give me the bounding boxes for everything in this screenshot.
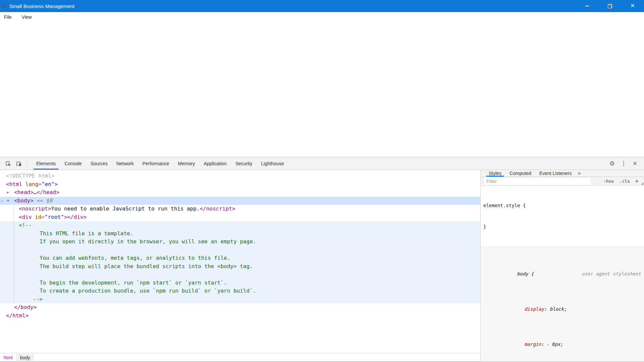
breadcrumb-html[interactable]: html	[0, 354, 16, 361]
styles-tab-bar: StylesComputedEvent Listeners »	[481, 170, 644, 177]
window-title: Small Business Management	[9, 3, 74, 9]
element-class-toggle-button[interactable]: .cls	[618, 178, 632, 184]
collapse-arrow-icon[interactable]: ▼	[7, 197, 9, 205]
tab-memory[interactable]: Memory	[174, 157, 200, 170]
new-style-rule-button[interactable]: +	[632, 178, 641, 185]
tree-node[interactable]: You can add webfonts, meta tags, or anal…	[0, 254, 480, 262]
app-icon	[2, 4, 7, 8]
device-toolbar-icon[interactable]	[13, 157, 24, 170]
tree-node[interactable]: </html>	[0, 312, 480, 320]
dom-breadcrumb-bar: html body	[0, 353, 480, 362]
styles-filter-bar: :hov .cls +	[481, 177, 644, 186]
styles-tab-computed[interactable]: Computed	[505, 170, 535, 177]
rule-selector[interactable]: element.style	[483, 203, 520, 208]
tree-node-selected[interactable]: ⋯▼<body> == $0	[0, 197, 480, 205]
tab-network[interactable]: Network	[112, 157, 138, 170]
css-property-display[interactable]: display: block;	[483, 299, 641, 320]
settings-gear-icon[interactable]: ⚙	[606, 160, 618, 167]
more-actions-icon[interactable]: ⋯	[1, 197, 3, 205]
tree-node[interactable]: <!DOCTYPE html>	[0, 172, 480, 180]
pseudo-class-toggle-button[interactable]: :hov	[602, 178, 615, 184]
tree-node[interactable]	[0, 246, 480, 254]
tree-node[interactable]: -->	[0, 295, 480, 304]
tab-security[interactable]: Security	[231, 157, 257, 170]
tree-node[interactable]: ▶<head>…</head>	[0, 188, 480, 197]
close-devtools-icon[interactable]: ×	[629, 159, 641, 168]
inspect-element-icon[interactable]	[3, 157, 13, 170]
devtools-body: <!DOCTYPE html><html lang="en">▶<head>…<…	[0, 170, 644, 362]
title-bar: Small Business Management ×	[0, 0, 644, 12]
tree-node[interactable]: To create a production bundle, use `npm …	[0, 287, 480, 295]
more-tabs-icon[interactable]: »	[576, 170, 583, 177]
tab-performance[interactable]: Performance	[138, 157, 173, 170]
toolbar-divider	[26, 159, 27, 168]
styles-filter-input[interactable]	[483, 177, 591, 185]
element-style-rule[interactable]: element.style { }	[481, 186, 644, 247]
styles-tabs-list: StylesComputedEvent Listeners	[485, 170, 576, 177]
tab-application[interactable]: Application	[199, 157, 231, 170]
tree-node[interactable]: The build step will place the bundled sc…	[0, 262, 480, 271]
expand-arrow-icon[interactable]: ▶	[7, 188, 9, 197]
devtools-toolbar: ElementsConsoleSourcesNetworkPerformance…	[0, 157, 644, 170]
rule-selector[interactable]: body	[517, 271, 529, 277]
user-agent-body-rule[interactable]: user agent stylesheetbody { display: blo…	[481, 247, 644, 362]
resize-corner-icon	[641, 182, 643, 185]
devtools-tab-bar: ElementsConsoleSourcesNetworkPerformance…	[32, 157, 288, 170]
tree-node[interactable]: <noscript>You need to enable JavaScript …	[0, 205, 480, 213]
indent-guide-line	[13, 205, 14, 304]
tree-node[interactable]: <!--	[0, 221, 480, 230]
window-controls: ×	[576, 0, 644, 12]
css-value[interactable]: 8px	[552, 342, 560, 347]
styles-tab-event-listeners[interactable]: Event Listeners	[535, 170, 576, 177]
devtools-toolbar-right: ⚙ ⋮ ×	[601, 157, 644, 170]
menu-file[interactable]: File	[3, 14, 12, 20]
tree-node[interactable]: This HTML file is a template.	[0, 230, 480, 238]
close-button[interactable]: ×	[621, 0, 644, 12]
close-icon: ×	[631, 2, 635, 9]
rule-origin: user agent stylesheet	[582, 270, 641, 278]
app-content-blank	[0, 22, 644, 157]
dom-tree: <!DOCTYPE html><html lang="en">▶<head>…<…	[0, 170, 480, 320]
tab-sources[interactable]: Sources	[86, 157, 112, 170]
tree-node[interactable]: <html lang="en">	[0, 180, 480, 189]
minimize-icon	[585, 6, 589, 6]
restore-icon	[608, 4, 612, 8]
styles-sidebar: StylesComputedEvent Listeners » :hov .cl…	[481, 170, 644, 362]
css-rules-list: element.style { } user agent stylesheetb…	[481, 186, 644, 362]
tree-node[interactable]: </body>	[0, 303, 480, 312]
tree-node[interactable]: To begin the development, run `npm start…	[0, 279, 480, 287]
devtools-panel: ElementsConsoleSourcesNetworkPerformance…	[0, 157, 644, 362]
css-value[interactable]: block	[550, 306, 564, 312]
styles-tab-styles[interactable]: Styles	[485, 170, 505, 177]
menu-bar: File View	[0, 12, 644, 22]
tab-console[interactable]: Console	[60, 157, 86, 170]
tree-node[interactable]: <div id="root"></div>	[0, 213, 480, 222]
tab-elements[interactable]: Elements	[32, 157, 60, 170]
tree-node[interactable]	[0, 270, 480, 279]
restore-button[interactable]	[598, 0, 621, 12]
breadcrumb-body[interactable]: body	[16, 354, 34, 361]
tree-node[interactable]: If you open it directly in the browser, …	[0, 238, 480, 246]
elements-tree-panel: <!DOCTYPE html><html lang="en">▶<head>…<…	[0, 170, 481, 362]
more-options-icon[interactable]: ⋮	[618, 160, 629, 167]
tab-lighthouse[interactable]: Lighthouse	[257, 157, 288, 170]
css-property-margin[interactable]: margin: ▸ 8px;	[483, 334, 641, 355]
minimize-button[interactable]	[576, 0, 598, 12]
menu-view[interactable]: View	[21, 14, 33, 20]
